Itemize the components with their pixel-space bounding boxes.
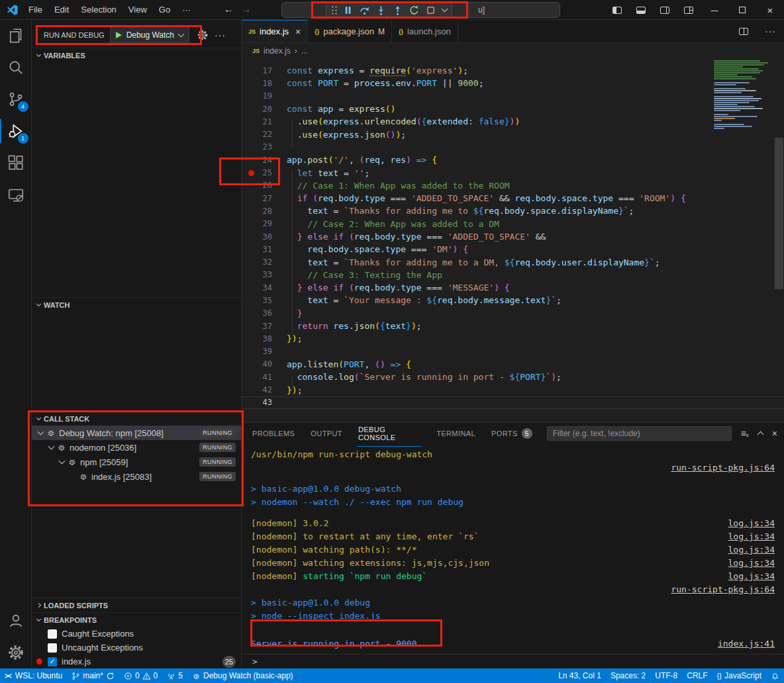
- gutter[interactable]: 36: [242, 308, 283, 318]
- source-link[interactable]: run-script-pkg.js:64: [671, 463, 775, 473]
- breakpoint-row[interactable]: Caught Exceptions: [32, 627, 241, 641]
- gutter[interactable]: 41: [242, 373, 283, 382]
- gutter[interactable]: 22: [242, 130, 283, 139]
- breadcrumb-symbol[interactable]: ...: [301, 46, 308, 56]
- section-call-stack[interactable]: CALL STACK: [32, 411, 241, 426]
- status-branch[interactable]: main*: [67, 668, 119, 683]
- menu-selection[interactable]: Selection: [75, 3, 122, 17]
- gutter[interactable]: 34: [242, 283, 283, 293]
- launch-config-dropdown[interactable]: Debug Watch: [110, 26, 189, 44]
- section-breakpoints[interactable]: BREAKPOINTS: [32, 612, 241, 627]
- panel-tab-output[interactable]: OUTPUT: [309, 420, 344, 447]
- gutter[interactable]: 20: [242, 105, 283, 114]
- gutter[interactable]: 28: [242, 206, 283, 216]
- minimize-button[interactable]: ─: [701, 0, 728, 20]
- status-crlf[interactable]: CRLF: [682, 668, 712, 683]
- maximize-button[interactable]: [728, 0, 756, 20]
- debug-toolbar-chevron-icon[interactable]: [439, 2, 450, 18]
- gutter[interactable]: 25: [242, 168, 283, 177]
- customize-layout-icon[interactable]: [677, 0, 701, 20]
- panel-tab-debug-console[interactable]: DEBUG CONSOLE: [357, 420, 422, 447]
- source-link[interactable]: log.js:34: [728, 558, 775, 568]
- console-input-row[interactable]: >: [242, 654, 784, 668]
- status-remote[interactable]: ><WSL: Ubuntu: [0, 668, 67, 683]
- more-actions-icon[interactable]: ···: [215, 30, 226, 40]
- activity-remote-explorer[interactable]: [0, 179, 32, 210]
- callstack-row[interactable]: nodemon [25036]RUNNING: [32, 440, 241, 455]
- status-bug[interactable]: Debug Watch (basic-app): [187, 668, 298, 683]
- gutter[interactable]: 18: [242, 79, 283, 88]
- tab-index.js[interactable]: JSindex.js×: [242, 20, 308, 42]
- status-bell[interactable]: [766, 668, 784, 683]
- section-loaded-scripts[interactable]: LOADED SCRIPTS: [32, 598, 241, 612]
- activity-explorer[interactable]: [0, 20, 32, 52]
- activity-accounts[interactable]: [0, 605, 32, 637]
- panel-tab-problems[interactable]: PROBLEMS: [251, 420, 296, 447]
- close-tab-icon[interactable]: ×: [295, 26, 301, 37]
- status-braces[interactable]: {}JavaScript: [712, 668, 766, 683]
- menu-more[interactable]: ···: [176, 3, 197, 17]
- gutter[interactable]: 35: [242, 296, 283, 305]
- step-into-button[interactable]: [373, 2, 389, 18]
- drag-grip-icon[interactable]: [331, 5, 338, 15]
- filter-icon[interactable]: ≡x: [741, 428, 749, 439]
- gutter[interactable]: 39: [242, 347, 283, 356]
- activity-run-debug[interactable]: 1: [0, 115, 32, 147]
- stop-button[interactable]: [422, 2, 439, 18]
- menu-view[interactable]: View: [122, 3, 153, 17]
- gutter[interactable]: 42: [242, 385, 283, 394]
- status-error[interactable]: 00: [119, 668, 162, 683]
- debug-settings-gear-icon[interactable]: [197, 30, 208, 40]
- breadcrumb-file[interactable]: index.js: [264, 46, 291, 56]
- gutter[interactable]: 19: [242, 91, 283, 101]
- tab-package.json[interactable]: {}package.jsonM: [308, 20, 392, 42]
- status-utf-8[interactable]: UTF-8: [650, 668, 682, 683]
- toggle-panel-icon[interactable]: [629, 0, 653, 20]
- menu-file[interactable]: File: [23, 3, 48, 17]
- callstack-row[interactable]: index.js [25083]RUNNING: [32, 469, 241, 484]
- start-debug-icon[interactable]: [116, 32, 122, 38]
- gutter[interactable]: 24: [242, 156, 283, 165]
- chevron-up-icon[interactable]: [758, 430, 763, 437]
- gutter[interactable]: 21: [242, 117, 283, 126]
- activity-settings[interactable]: [0, 637, 32, 668]
- close-window-button[interactable]: ×: [756, 0, 784, 20]
- breakpoint-row[interactable]: ✓index.js25: [32, 655, 241, 668]
- callstack-row[interactable]: npm [25059]RUNNING: [32, 455, 241, 469]
- gutter[interactable]: 38: [242, 334, 283, 343]
- activity-search[interactable]: [0, 52, 32, 83]
- gutter[interactable]: 23: [242, 142, 283, 152]
- editor-scrollbar[interactable]: [775, 138, 783, 289]
- callstack-row[interactable]: Debug Watch: npm [25008]RUNNING: [32, 426, 241, 440]
- tab-launch.json[interactable]: {}launch.json: [392, 20, 458, 42]
- checkbox[interactable]: [48, 643, 57, 653]
- source-link[interactable]: log.js:34: [728, 545, 775, 555]
- activity-extensions[interactable]: [0, 147, 32, 179]
- pause-button[interactable]: [340, 2, 356, 18]
- back-arrow-icon[interactable]: ←: [224, 3, 234, 15]
- source-link[interactable]: log.js:34: [728, 531, 775, 541]
- status-radio[interactable]: 5: [162, 668, 187, 683]
- step-over-button[interactable]: [356, 2, 373, 18]
- status-spaces-2[interactable]: Spaces: 2: [606, 668, 650, 683]
- gutter[interactable]: 33: [242, 270, 283, 279]
- console-filter-input[interactable]: [547, 426, 732, 441]
- toggle-secondary-sidebar-icon[interactable]: [653, 0, 677, 20]
- checkbox[interactable]: [48, 629, 57, 639]
- toggle-sidebar-icon[interactable]: [605, 0, 629, 20]
- section-variables[interactable]: VARIABLES: [32, 48, 241, 62]
- close-panel-icon[interactable]: ×: [772, 428, 777, 439]
- checkbox[interactable]: ✓: [48, 657, 57, 666]
- panel-tab-ports[interactable]: PORTS5: [490, 420, 534, 447]
- section-watch[interactable]: WATCH: [32, 297, 241, 312]
- gutter[interactable]: 43: [242, 398, 283, 407]
- minimap[interactable]: [714, 60, 773, 130]
- gutter[interactable]: 32: [242, 257, 283, 267]
- menu-go[interactable]: Go: [153, 3, 176, 17]
- gutter[interactable]: 37: [242, 322, 283, 331]
- source-link[interactable]: log.js:34: [728, 518, 775, 528]
- gutter[interactable]: 31: [242, 245, 283, 254]
- gutter[interactable]: 27: [242, 194, 283, 203]
- breakpoint-dot[interactable]: [248, 170, 254, 176]
- menu-edit[interactable]: Edit: [48, 3, 75, 17]
